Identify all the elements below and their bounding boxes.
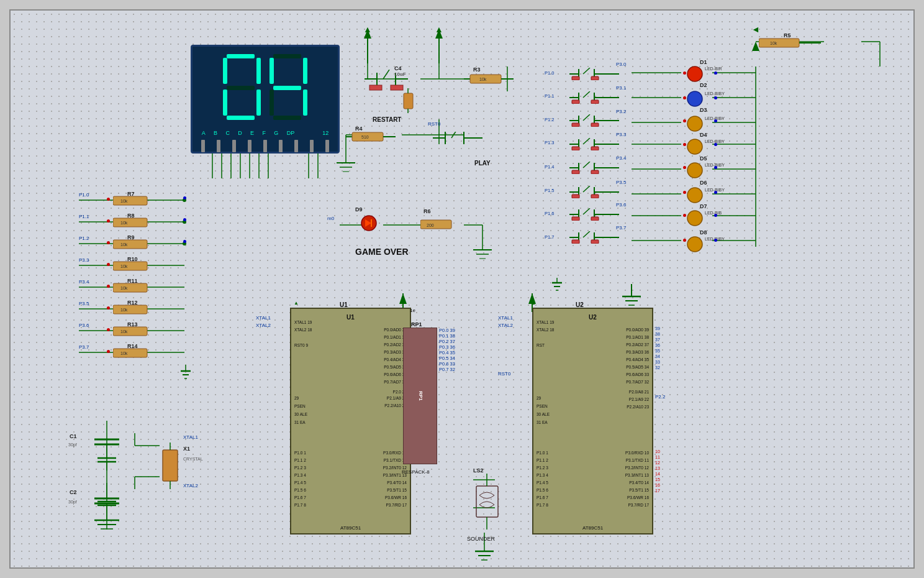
circuit-canvas: A B C D E F G DP 12 [9, 9, 915, 569]
d9-led [360, 214, 378, 232]
rd3 [107, 241, 110, 244]
sw4[interactable] [569, 138, 619, 150]
p3-1-net: P3.1 [616, 85, 626, 91]
svg-text:200: 200 [427, 223, 434, 227]
u2-header: U2 [576, 301, 584, 308]
r14-body: 10k [113, 347, 163, 359]
rd1 [107, 198, 110, 201]
svg-rect-106 [369, 85, 382, 90]
svg-rect-179 [572, 123, 579, 127]
svg-point-158 [687, 211, 702, 226]
r9-body: 10k [113, 239, 163, 250]
sw7[interactable] [569, 208, 619, 221]
d4-label: D4 [700, 132, 707, 138]
led3-bd [714, 119, 717, 122]
svg-rect-135 [113, 262, 147, 270]
p0-net-labels: P0.0 39 P0.1 38 P0.2 37 P0.3 36 P0.4 35 … [439, 328, 455, 372]
r3-label: R3 [473, 67, 481, 73]
seg-pins [192, 139, 338, 154]
led4-rd [683, 143, 686, 146]
svg-rect-143 [113, 349, 147, 357]
svg-text:10k: 10k [770, 41, 777, 45]
u2-xtal1-net: XTAL1 [498, 315, 513, 321]
r5-body: 10k [759, 37, 821, 48]
svg-point-156 [687, 163, 702, 178]
svg-rect-216 [163, 450, 178, 481]
d7-led [686, 209, 704, 227]
svg-point-155 [687, 139, 702, 154]
svg-line-171 [583, 91, 590, 98]
u1-xtal2-net: XTAL2 [256, 323, 271, 328]
sw8[interactable] [569, 231, 619, 244]
svg-rect-108 [404, 93, 413, 109]
led6-bd [714, 191, 717, 194]
rd5 [107, 285, 110, 288]
d4-led [686, 138, 704, 155]
svg-point-152 [687, 67, 702, 81]
u2-p3-pins: 10 11 12 13 14 15 16 17 [655, 449, 660, 493]
svg-rect-214 [572, 240, 579, 244]
svg-line-199 [583, 186, 590, 192]
svg-rect-172 [572, 100, 579, 104]
svg-rect-194 [591, 170, 599, 174]
svg-point-159 [687, 237, 702, 252]
svg-rect-139 [113, 305, 147, 314]
svg-rect-208 [591, 217, 599, 221]
sw2[interactable] [569, 91, 619, 104]
p3-5-label: P3.5 [79, 301, 89, 306]
c1-value: 30pf [68, 443, 77, 447]
sw5[interactable] [569, 162, 619, 174]
svg-text:10k: 10k [120, 286, 128, 290]
p3-3-net: P3.3 [616, 132, 626, 137]
p3-3-label: P3.3 [79, 257, 89, 263]
led4-bd [714, 143, 717, 146]
svg-text:10k: 10k [120, 329, 128, 334]
led5-bd [714, 166, 717, 169]
u2-vcc-arrow: ▲ [531, 300, 536, 306]
u1-vcc-pin: 1e [410, 308, 415, 313]
svg-rect-131 [113, 218, 147, 227]
d1-led [686, 65, 704, 83]
svg-rect-133 [113, 240, 147, 249]
sw3[interactable] [569, 114, 619, 127]
sounder-text: SOUNDER [467, 536, 495, 542]
game-over-label: GAME OVER [355, 247, 409, 257]
svg-text:10k: 10k [120, 351, 128, 356]
led1-rd [683, 71, 686, 75]
p1-4-led-net: P1.4 [545, 164, 554, 170]
d3-label: D3 [700, 107, 707, 113]
sw1[interactable] [569, 68, 619, 80]
r4-body: 510 [346, 131, 396, 143]
c2-value: 30pf [68, 500, 77, 504]
led2-bd [714, 96, 717, 99]
rd6 [107, 306, 110, 310]
sw6[interactable] [569, 186, 619, 198]
u1-xtal1-net: XTAL1 [256, 315, 271, 321]
c4-value: 10uF [394, 71, 406, 77]
p3-7-net: P3.7 [616, 225, 626, 231]
p3-6-net: P3.6 [616, 202, 626, 208]
svg-rect-127 [420, 220, 451, 229]
svg-rect-149 [759, 39, 799, 47]
svg-line-185 [583, 138, 590, 144]
bd1 [183, 196, 186, 200]
r12-body: 10k [113, 304, 163, 315]
u1-subtitle: AT89C51 [340, 525, 361, 531]
rp1-label: RP1 [417, 391, 423, 401]
seg-labels: A B C D E F G DP 12 [192, 127, 338, 139]
u2-label: U2 [589, 314, 597, 321]
p1-0-label: P1.0 [79, 192, 89, 198]
u1-header: U1 [340, 301, 348, 308]
rd7 [107, 328, 110, 331]
d7-label: D7 [700, 203, 707, 209]
u1-chip: U1 XTAL1 19 XTAL2 18 RST0 9 29 PSEN 30 A… [290, 308, 411, 534]
led6-rd [683, 191, 686, 194]
led1-bd [714, 71, 717, 75]
c2-area [91, 480, 122, 532]
r6-label: R6 [424, 208, 431, 214]
svg-rect-200 [572, 195, 579, 198]
c2-label: C2 [70, 489, 77, 495]
svg-line-123 [451, 132, 458, 138]
d6-label: D6 [700, 180, 707, 186]
p1-1-label: P1.1 [79, 214, 89, 219]
